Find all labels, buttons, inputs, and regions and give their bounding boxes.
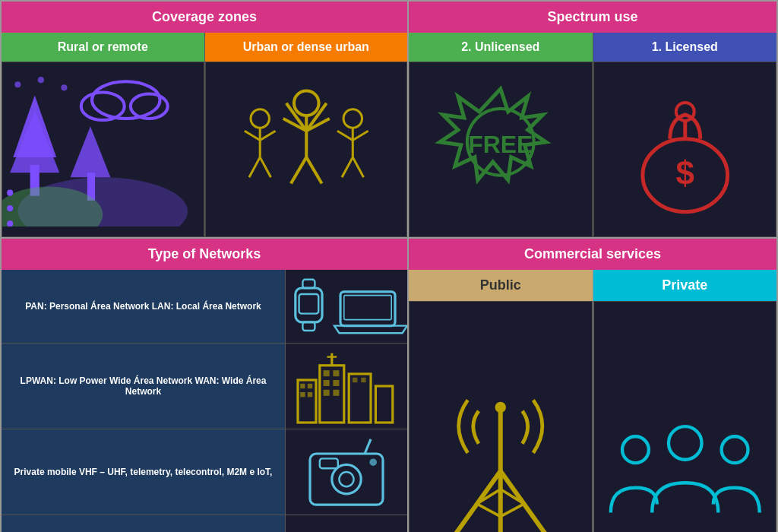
commercial-title: Commercial services [409, 239, 776, 270]
svg-line-24 [244, 131, 259, 140]
spectrum-card-unlicensed: 2. Unlicensed FREE [409, 33, 593, 237]
svg-point-0 [14, 81, 21, 87]
svg-text:$: $ [675, 154, 694, 191]
public-image [409, 301, 593, 532]
svg-rect-55 [324, 370, 330, 376]
spectrum-cards: 2. Unlicensed FREE 1. Licensed [409, 33, 776, 237]
svg-point-3 [92, 81, 160, 119]
network-row-vhf: Private mobile VHF – UHF, telemetry, tel… [2, 429, 407, 515]
svg-point-1 [38, 77, 44, 83]
network-icon-pan [286, 270, 407, 343]
svg-point-13 [7, 189, 13, 195]
svg-point-4 [81, 92, 125, 120]
coverage-panel: Coverage zones Rural or remote [2, 2, 409, 237]
network-icon-satellites [286, 515, 407, 532]
svg-rect-47 [340, 292, 395, 326]
rural-label: Rural or remote [2, 33, 204, 62]
rural-image [2, 62, 204, 237]
network-row-lpwan: LPWAN: Low Power Wide Área Network WAN: … [2, 344, 407, 429]
svg-point-14 [7, 205, 13, 211]
coverage-card-urban: Urban or dense urban [205, 33, 408, 237]
svg-line-26 [248, 157, 259, 177]
private-label: Private [593, 270, 777, 301]
svg-rect-59 [324, 390, 330, 396]
svg-line-88 [477, 504, 501, 517]
svg-point-15 [7, 220, 13, 226]
network-text-satellites: Satellites [2, 515, 286, 532]
svg-point-91 [668, 426, 701, 460]
svg-rect-63 [349, 374, 371, 423]
network-icon-lpwan [286, 344, 407, 429]
svg-rect-46 [302, 322, 315, 331]
svg-text:FREE: FREE [468, 130, 533, 157]
commercial-col-public: Public [409, 270, 593, 532]
svg-point-28 [343, 109, 362, 128]
urban-label: Urban or dense urban [205, 33, 408, 62]
svg-rect-45 [302, 280, 315, 288]
commercial-content: Public [409, 270, 776, 532]
svg-rect-70 [320, 458, 338, 468]
svg-line-30 [337, 131, 352, 140]
commercial-panel: Commercial services Public [409, 239, 776, 532]
coverage-cards: Rural or remote [2, 33, 407, 237]
network-text-lpwan: LPWAN: Low Power Wide Área Network WAN: … [2, 344, 286, 429]
svg-line-85 [501, 470, 546, 532]
svg-point-71 [369, 458, 377, 466]
public-label: Public [409, 270, 593, 301]
coverage-card-rural: Rural or remote [2, 33, 204, 237]
svg-line-32 [342, 157, 353, 177]
licensed-image: $ [593, 62, 777, 237]
bottom-half: Type of Networks PAN: Personal Área Netw… [2, 237, 776, 532]
svg-line-89 [501, 504, 524, 517]
top-half: Coverage zones Rural or remote [2, 2, 776, 237]
svg-line-25 [260, 131, 275, 140]
networks-title: Type of Networks [2, 239, 407, 270]
private-image [593, 301, 777, 532]
svg-point-69 [339, 472, 353, 486]
svg-line-20 [290, 157, 305, 184]
urban-image [205, 62, 408, 237]
svg-rect-53 [308, 392, 312, 397]
svg-rect-44 [299, 294, 319, 314]
svg-rect-57 [324, 380, 330, 386]
licensed-label: 1. Licensed [593, 33, 777, 62]
svg-line-31 [353, 131, 368, 140]
unlicensed-label: 2. Unlicensed [409, 33, 593, 62]
svg-point-90 [495, 401, 506, 412]
svg-rect-58 [333, 380, 339, 386]
svg-line-84 [455, 470, 501, 532]
svg-rect-50 [300, 384, 305, 388]
network-row-pan: PAN: Personal Área Network LAN: Local Ár… [2, 270, 407, 344]
network-row-satellites: Satellites [2, 515, 407, 532]
networks-panel: Type of Networks PAN: Personal Área Netw… [2, 239, 409, 532]
svg-rect-52 [300, 392, 305, 397]
coverage-title: Coverage zones [2, 2, 407, 33]
network-text-pan: PAN: Personal Área Network LAN: Local Ár… [2, 270, 286, 343]
network-icon-vhf [286, 429, 407, 515]
spectrum-panel: Spectrum use 2. Unlicensed FREE [409, 2, 776, 237]
networks-list: PAN: Personal Área Network LAN: Local Ár… [2, 270, 407, 532]
svg-line-27 [260, 157, 270, 177]
svg-point-40 [675, 103, 694, 121]
svg-rect-56 [333, 370, 339, 376]
svg-rect-64 [375, 386, 392, 423]
unlicensed-image: FREE [409, 62, 593, 237]
svg-line-72 [365, 439, 371, 454]
svg-point-92 [622, 436, 649, 463]
spectrum-card-licensed: 1. Licensed $ [593, 33, 777, 237]
svg-line-21 [306, 157, 321, 184]
svg-rect-51 [308, 384, 312, 388]
network-text-vhf: Private mobile VHF – UHF, telemetry, tel… [2, 429, 286, 515]
svg-point-22 [251, 109, 269, 128]
svg-line-33 [353, 157, 363, 177]
svg-rect-66 [361, 378, 365, 382]
svg-point-16 [293, 90, 318, 116]
svg-point-93 [721, 436, 748, 463]
svg-rect-60 [333, 390, 339, 396]
svg-marker-10 [71, 126, 111, 177]
svg-rect-65 [353, 378, 357, 382]
commercial-col-private: Private [593, 270, 777, 532]
svg-rect-48 [344, 296, 391, 320]
main-wrapper: Coverage zones Rural or remote [0, 0, 778, 532]
svg-rect-54 [320, 366, 344, 423]
